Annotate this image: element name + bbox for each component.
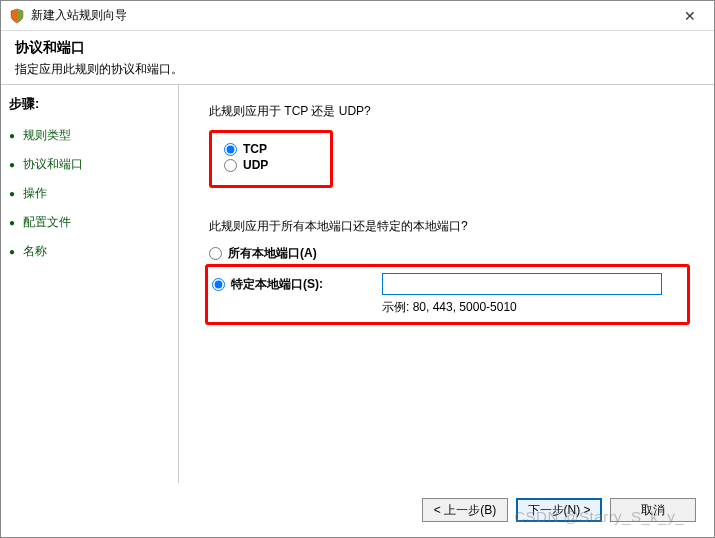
body: 步骤: ● 规则类型 ● 协议和端口 ● 操作 ● 配置文件 ● 名称 xyxy=(1,85,714,483)
titlebar: 新建入站规则向导 ✕ xyxy=(1,1,714,31)
step-rule-type[interactable]: ● 规则类型 xyxy=(9,123,170,148)
port-example: 示例: 80, 443, 5000-5010 xyxy=(382,299,681,316)
main-panel: 此规则应用于 TCP 还是 UDP? TCP UDP 此规则应用于所有本地端口还… xyxy=(179,85,714,483)
radio-row-tcp[interactable]: TCP xyxy=(224,141,268,157)
section-ports: 此规则应用于所有本地端口还是特定的本地端口? 所有本地端口(A) 特定本地端口(… xyxy=(209,218,690,325)
sidebar: 步骤: ● 规则类型 ● 协议和端口 ● 操作 ● 配置文件 ● 名称 xyxy=(1,85,179,483)
bullet-icon: ● xyxy=(9,246,17,257)
step-name[interactable]: ● 名称 xyxy=(9,239,170,264)
step-profile[interactable]: ● 配置文件 xyxy=(9,210,170,235)
wizard-window: 新建入站规则向导 ✕ 协议和端口 指定应用此规则的协议和端口。 步骤: ● 规则… xyxy=(0,0,715,538)
question-ports: 此规则应用于所有本地端口还是特定的本地端口? xyxy=(209,218,690,235)
step-label: 协议和端口 xyxy=(23,156,83,173)
step-label: 配置文件 xyxy=(23,214,71,231)
footer: < 上一步(B) 下一步(N) > 取消 CSDN @Starry_S_k_y_ xyxy=(1,483,714,537)
radio-row-all-ports[interactable]: 所有本地端口(A) xyxy=(209,245,690,262)
radio-row-udp[interactable]: UDP xyxy=(224,157,268,173)
label-specific-ports: 特定本地端口(S): xyxy=(231,276,323,293)
label-tcp: TCP xyxy=(243,142,267,156)
page-subtitle: 指定应用此规则的协议和端口。 xyxy=(15,61,700,78)
port-input[interactable] xyxy=(382,273,662,295)
radio-udp[interactable] xyxy=(224,159,237,172)
page-header: 协议和端口 指定应用此规则的协议和端口。 xyxy=(1,31,714,84)
bullet-icon: ● xyxy=(9,130,17,141)
page-title: 协议和端口 xyxy=(15,39,700,57)
label-udp: UDP xyxy=(243,158,268,172)
step-label: 操作 xyxy=(23,185,47,202)
window-title: 新建入站规则向导 xyxy=(31,7,670,24)
bullet-icon: ● xyxy=(9,188,17,199)
back-button[interactable]: < 上一步(B) xyxy=(422,498,508,522)
next-button[interactable]: 下一步(N) > xyxy=(516,498,602,522)
cancel-button[interactable]: 取消 xyxy=(610,498,696,522)
label-all-ports: 所有本地端口(A) xyxy=(228,245,317,262)
step-label: 名称 xyxy=(23,243,47,260)
protocol-radio-group: TCP UDP xyxy=(216,137,276,177)
close-icon: ✕ xyxy=(684,8,696,24)
question-protocol: 此规则应用于 TCP 还是 UDP? xyxy=(209,103,690,120)
radio-all-ports[interactable] xyxy=(209,247,222,260)
radio-tcp[interactable] xyxy=(224,143,237,156)
step-action[interactable]: ● 操作 xyxy=(9,181,170,206)
highlight-protocol: TCP UDP xyxy=(209,130,333,188)
bullet-icon: ● xyxy=(9,159,17,170)
shield-icon xyxy=(9,8,25,24)
radio-specific-ports[interactable] xyxy=(212,278,225,291)
highlight-ports: 特定本地端口(S): 示例: 80, 443, 5000-5010 xyxy=(205,264,690,325)
close-button[interactable]: ✕ xyxy=(670,2,710,30)
step-protocol-port[interactable]: ● 协议和端口 xyxy=(9,152,170,177)
bullet-icon: ● xyxy=(9,217,17,228)
step-label: 规则类型 xyxy=(23,127,71,144)
radio-row-specific-ports[interactable]: 特定本地端口(S): xyxy=(212,273,681,295)
steps-heading: 步骤: xyxy=(9,95,170,113)
